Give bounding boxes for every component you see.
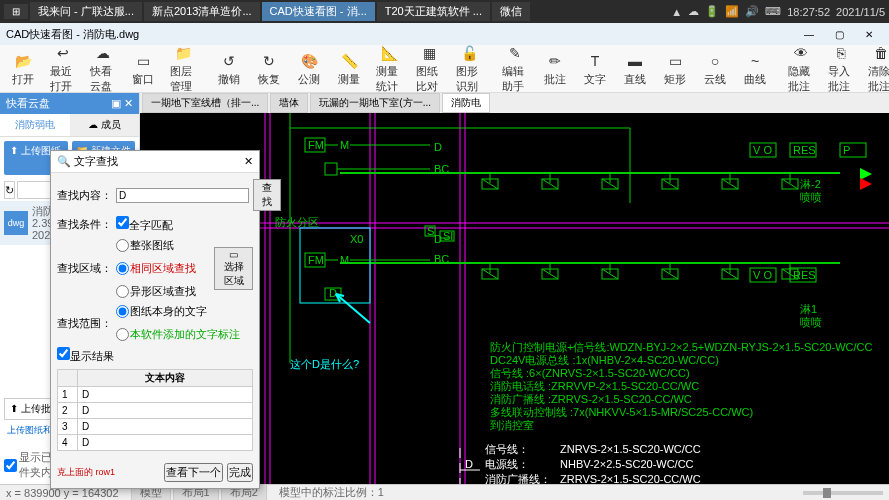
sidebar-tab-members[interactable]: ☁ 成员 <box>70 114 140 136</box>
dwg-file-icon: dwg <box>4 211 28 235</box>
taskbar-item[interactable]: 新点2013清单造价... <box>144 2 260 21</box>
range-radio-drawing[interactable] <box>116 305 129 318</box>
tray-icon[interactable]: ▲ <box>671 6 682 18</box>
svg-text:ZNRVS-2×1.5-SC20-WC/CC: ZNRVS-2×1.5-SC20-WC/CC <box>560 443 701 455</box>
table-row[interactable]: 1D <box>58 387 253 403</box>
ribbon-快看云盘[interactable]: ☁快看云盘 <box>84 45 122 93</box>
ribbon-恢复[interactable]: ↻恢复 <box>250 49 288 89</box>
tray-icon[interactable]: ☁ <box>688 5 699 18</box>
曲线-icon: ~ <box>745 51 765 71</box>
system-tray: ▲ ☁ 🔋 📶 🔊 ⌨ 18:27:52 2021/11/5 <box>671 5 885 18</box>
ribbon-图层管理[interactable]: 📁图层管理 <box>164 45 202 93</box>
ribbon-曲线[interactable]: ~曲线 <box>736 49 774 89</box>
dialog-titlebar[interactable]: 🔍 文字查找 ✕ <box>51 151 259 173</box>
ribbon-批注[interactable]: ✏批注 <box>536 49 574 89</box>
svg-text:防火门控制电源+信号线:WDZN-BYJ-2×2.5+WDZ: 防火门控制电源+信号线:WDZN-BYJ-2×2.5+WDZN-RYJS-2×1… <box>490 341 872 353</box>
svg-text:消防广播线 :ZRRVS-2×1.5-SC20-CC/WC: 消防广播线 :ZRRVS-2×1.5-SC20-CC/WC <box>490 393 692 405</box>
ribbon-清除批注[interactable]: 🗑清除批注 <box>862 45 889 93</box>
文字-icon: T <box>585 51 605 71</box>
maximize-button[interactable]: ▢ <box>825 25 853 43</box>
find-content-input[interactable] <box>116 188 249 203</box>
ribbon-直线[interactable]: ▬直线 <box>616 49 654 89</box>
svg-text:S: S <box>427 225 434 237</box>
dialog-close-button[interactable]: ✕ <box>244 155 253 168</box>
doc-tab[interactable]: 玩漏的一期地下室(方一... <box>310 93 440 113</box>
doc-tab[interactable]: 一期地下室线槽（排一... <box>142 93 268 113</box>
tray-date: 2021/11/5 <box>836 6 885 18</box>
show-deleted-checkbox[interactable] <box>4 459 17 472</box>
ribbon-打开[interactable]: 📂打开 <box>4 49 42 89</box>
minimize-button[interactable]: — <box>795 25 823 43</box>
zoom-slider[interactable] <box>803 491 883 495</box>
doc-tab[interactable]: 墙体 <box>270 93 308 113</box>
ribbon-撤销[interactable]: ↺撤销 <box>210 49 248 89</box>
ribbon-最近打开[interactable]: ↩最近打开 <box>44 45 82 93</box>
taskbar-item[interactable]: 微信 <box>492 2 530 21</box>
ribbon-图纸比对[interactable]: ▦图纸比对 <box>410 45 448 93</box>
ribbon-编辑助手[interactable]: ✎编辑助手 <box>496 45 534 93</box>
area-radio-irregular[interactable] <box>116 285 129 298</box>
ribbon-测量统计[interactable]: 📐测量统计 <box>370 45 408 93</box>
sidebar-tab-project[interactable]: 消防弱电 <box>0 114 70 136</box>
svg-text:FM: FM <box>308 254 324 266</box>
隐藏批注-icon: 👁 <box>791 45 811 63</box>
taskbar-item[interactable]: T20天正建筑软件 ... <box>377 2 490 21</box>
dialog-msg: 克上面的 row1 <box>57 466 115 479</box>
range-radio-annotation[interactable] <box>116 328 129 341</box>
area-radio-whole[interactable] <box>116 239 129 252</box>
svg-marker-94 <box>860 178 872 190</box>
ribbon-测量[interactable]: 📏测量 <box>330 49 368 89</box>
tray-icon[interactable]: ⌨ <box>765 5 781 18</box>
sidebar-close-icon[interactable]: ▣ ✕ <box>111 97 133 110</box>
doc-tab[interactable]: 消防电 <box>442 93 490 113</box>
svg-text:喷喷: 喷喷 <box>800 316 822 328</box>
图形识别-icon: 🔓 <box>459 45 479 63</box>
close-button[interactable]: ✕ <box>855 25 883 43</box>
svg-text:RES: RES <box>793 144 816 156</box>
area-radio-same[interactable] <box>116 262 129 275</box>
svg-text:M: M <box>340 254 349 266</box>
svg-text:淋1: 淋1 <box>800 303 817 315</box>
图层管理-icon: 📁 <box>173 45 193 63</box>
tray-icon[interactable]: 🔊 <box>745 5 759 18</box>
table-row[interactable]: 3D <box>58 419 253 435</box>
start-button[interactable]: ⊞ <box>4 4 28 19</box>
table-row[interactable]: 2D <box>58 403 253 419</box>
直线-icon: ▬ <box>625 51 645 71</box>
tray-icon[interactable]: 🔋 <box>705 5 719 18</box>
svg-text:BC: BC <box>434 253 449 265</box>
find-button[interactable]: 查找 <box>253 179 281 211</box>
select-area-button[interactable]: ▭ 选择区域 <box>214 247 253 290</box>
窗口-icon: ▭ <box>133 51 153 71</box>
svg-text:D: D <box>329 287 337 299</box>
ribbon-矩形[interactable]: ▭矩形 <box>656 49 694 89</box>
svg-text:NHBV-2×2.5-SC20-WC/CC: NHBV-2×2.5-SC20-WC/CC <box>560 458 694 470</box>
find-text-dialog: 🔍 文字查找 ✕ 查找内容： 查找 查找条件： 全字匹配 查找区域： 整张图纸 … <box>50 150 260 489</box>
svg-text:淋-2: 淋-2 <box>800 178 821 190</box>
ribbon-文字[interactable]: T文字 <box>576 49 614 89</box>
table-row[interactable]: 4D <box>58 435 253 451</box>
svg-text:到消控室: 到消控室 <box>490 419 534 431</box>
tray-icon[interactable]: 📶 <box>725 5 739 18</box>
ribbon-公测[interactable]: 🎨公测 <box>290 49 328 89</box>
svg-text:消防电话线 :ZRRVVP-2×1.5-SC20-CC/WC: 消防电话线 :ZRRVVP-2×1.5-SC20-CC/WC <box>490 380 699 392</box>
done-button[interactable]: 完成 <box>227 463 253 482</box>
search-icon: 🔍 <box>57 155 71 168</box>
taskbar-item[interactable]: 我来问 - 广联达服... <box>30 2 142 21</box>
公测-icon: 🎨 <box>299 51 319 71</box>
app-title: CAD快速看图 - 消防电.dwg <box>6 27 139 42</box>
ribbon-窗口[interactable]: ▭窗口 <box>124 49 162 89</box>
find-next-button[interactable]: 查看下一个 <box>164 463 223 482</box>
whole-word-checkbox[interactable] <box>116 216 129 229</box>
ribbon-toolbar: 📂打开↩最近打开☁快看云盘▭窗口📁图层管理↺撤销↻恢复🎨公测📏测量📐测量统计▦图… <box>0 45 889 93</box>
svg-text:M: M <box>340 139 349 151</box>
taskbar-item[interactable]: CAD快速看图 - 消... <box>262 2 375 21</box>
result-table: 文本内容 1D 2D 3D 4D <box>57 369 253 451</box>
refresh-icon[interactable]: ↻ <box>4 181 15 199</box>
show-result-checkbox[interactable] <box>57 347 70 360</box>
ribbon-隐藏批注[interactable]: 👁隐藏批注 <box>782 45 820 93</box>
ribbon-图形识别[interactable]: 🔓图形识别 <box>450 45 488 93</box>
ribbon-云线[interactable]: ○云线 <box>696 49 734 89</box>
svg-text:RES: RES <box>793 269 816 281</box>
ribbon-导入批注[interactable]: ⎘导入批注 <box>822 45 860 93</box>
